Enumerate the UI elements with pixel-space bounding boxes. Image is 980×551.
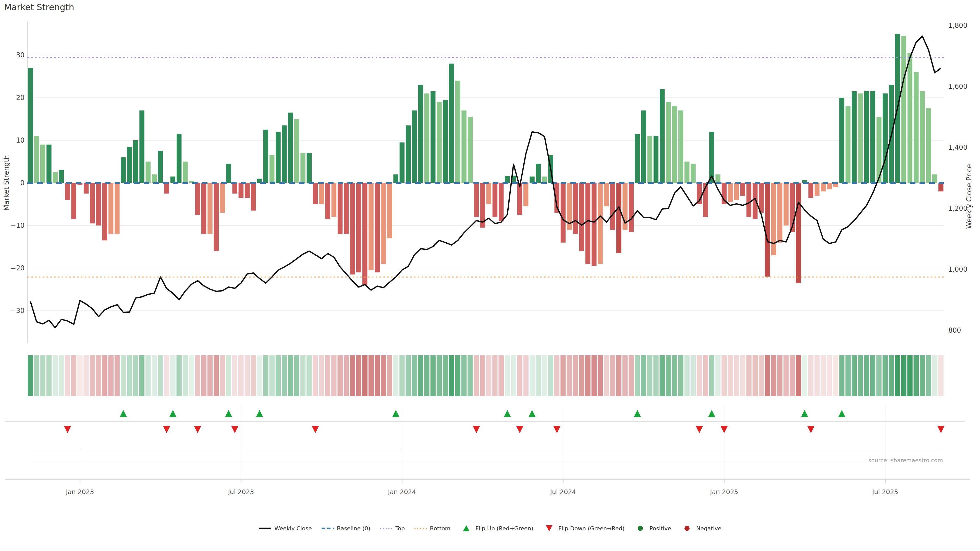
strength-bar-positive bbox=[158, 151, 163, 183]
flip-down-marker bbox=[194, 426, 201, 433]
strength-bar-negative bbox=[523, 183, 528, 206]
heatmap-cell bbox=[158, 355, 163, 396]
heatmap-cell bbox=[220, 355, 225, 396]
heatmap-cell bbox=[895, 355, 900, 396]
strength-bar-positive bbox=[914, 72, 918, 183]
strength-bar-positive bbox=[852, 91, 856, 183]
flip-down-marker bbox=[516, 426, 523, 433]
heatmap-cell bbox=[815, 355, 819, 396]
strength-bar-positive bbox=[932, 175, 937, 183]
heatmap-cell bbox=[170, 355, 175, 396]
legend-item: Flip Up (Red→Green) bbox=[460, 524, 533, 532]
heatmap-cell bbox=[690, 355, 696, 396]
heatmap-cell bbox=[133, 355, 138, 396]
strength-bar-negative bbox=[486, 183, 491, 204]
strength-bar-negative bbox=[517, 183, 522, 215]
strength-bar-negative bbox=[585, 183, 590, 264]
strength-bar-positive bbox=[684, 162, 689, 183]
strength-bar-positive bbox=[412, 110, 417, 183]
y-tick-label-right: 1,200 bbox=[948, 205, 967, 212]
heatmap-cell bbox=[721, 355, 727, 396]
heatmap-cell bbox=[406, 355, 410, 396]
flip-down-marker bbox=[696, 426, 703, 433]
strength-bar-positive bbox=[883, 94, 888, 183]
heatmap-cell bbox=[660, 355, 665, 396]
strength-bar-negative bbox=[765, 183, 770, 276]
heatmap-cell bbox=[734, 355, 739, 396]
flip-down-marker bbox=[721, 426, 728, 433]
heatmap-cell bbox=[108, 355, 113, 396]
strength-bar-positive bbox=[468, 117, 473, 183]
strength-bar-negative bbox=[821, 183, 826, 191]
heatmap-cell bbox=[418, 355, 423, 396]
heatmap-cell bbox=[864, 355, 869, 396]
heatmap-cell bbox=[697, 355, 702, 396]
flip-down-marker bbox=[473, 426, 480, 433]
strength-bar-positive bbox=[146, 162, 151, 183]
strength-bar-negative bbox=[728, 183, 733, 202]
strength-bar-positive bbox=[40, 144, 45, 183]
heatmap-cell bbox=[790, 355, 795, 396]
strength-bar-negative bbox=[808, 183, 813, 198]
legend-item: Top bbox=[380, 524, 405, 532]
x-tick-label: Jul 2024 bbox=[550, 488, 576, 495]
heatmap-cell bbox=[821, 355, 826, 396]
heatmap-cell bbox=[703, 355, 708, 396]
strength-bar-positive bbox=[709, 132, 714, 183]
heatmap-cell bbox=[83, 355, 89, 396]
heatmap-cell bbox=[90, 355, 95, 396]
flip-down-marker bbox=[312, 426, 319, 433]
strength-bar-positive bbox=[263, 130, 268, 183]
heatmap-cell bbox=[226, 355, 231, 396]
strength-bar-negative bbox=[164, 183, 169, 194]
legend-label: Bottom bbox=[430, 525, 450, 532]
heatmap-cell bbox=[201, 355, 207, 396]
legend-glyph-dot-line bbox=[414, 524, 427, 532]
heatmap-cell bbox=[127, 355, 132, 396]
heatmap-cell bbox=[635, 355, 640, 396]
legend-item: Baseline (0) bbox=[321, 524, 370, 532]
heatmap-cell bbox=[883, 355, 888, 396]
x-tick-label: Jan 2024 bbox=[387, 488, 416, 495]
strength-bar-positive bbox=[635, 134, 640, 183]
strength-bar-negative bbox=[815, 183, 819, 196]
strength-bar-negative bbox=[319, 183, 324, 204]
strength-bar-positive bbox=[275, 132, 280, 183]
legend-label: Baseline (0) bbox=[337, 525, 370, 532]
heatmap-cell bbox=[96, 355, 101, 396]
heatmap-cell bbox=[393, 355, 398, 396]
flip-up-marker bbox=[801, 410, 808, 417]
strength-bar-negative bbox=[629, 183, 634, 232]
strength-bar-negative bbox=[251, 183, 256, 211]
strength-bar-negative bbox=[573, 183, 578, 234]
strength-bar-positive bbox=[177, 134, 181, 183]
strength-bar-positive bbox=[666, 102, 671, 183]
heatmap-cell bbox=[294, 355, 299, 396]
strength-bar-positive bbox=[183, 162, 188, 183]
legend-glyph-tri-up bbox=[460, 524, 473, 532]
legend-label: Weekly Close bbox=[274, 525, 312, 532]
heatmap-cell bbox=[356, 355, 361, 396]
heatmap-cell bbox=[369, 355, 374, 396]
y-tick-label-right: 800 bbox=[948, 327, 961, 334]
heatmap-cell bbox=[115, 355, 120, 396]
legend-glyph-dash bbox=[321, 524, 334, 532]
heatmap-cell bbox=[381, 355, 386, 396]
strength-bar-negative bbox=[777, 183, 782, 243]
strength-bar-negative bbox=[108, 183, 113, 234]
strength-bar-positive bbox=[926, 108, 931, 183]
heatmap-cell bbox=[282, 355, 287, 396]
heatmap-cell bbox=[363, 355, 368, 396]
heatmap-cell bbox=[139, 355, 145, 396]
y-tick-label-left: −30 bbox=[11, 307, 24, 314]
strength-bar-positive bbox=[858, 94, 863, 183]
flip-up-marker bbox=[225, 410, 232, 417]
y-tick-label-left: 20 bbox=[16, 94, 24, 102]
heatmap-cell bbox=[548, 355, 553, 396]
strength-bar-negative bbox=[325, 183, 330, 219]
heatmap-cell bbox=[207, 355, 213, 396]
heatmap-cell bbox=[251, 355, 256, 396]
flip-down-marker bbox=[64, 426, 71, 433]
heatmap-cell bbox=[628, 355, 634, 396]
strength-bar-positive bbox=[46, 144, 51, 183]
